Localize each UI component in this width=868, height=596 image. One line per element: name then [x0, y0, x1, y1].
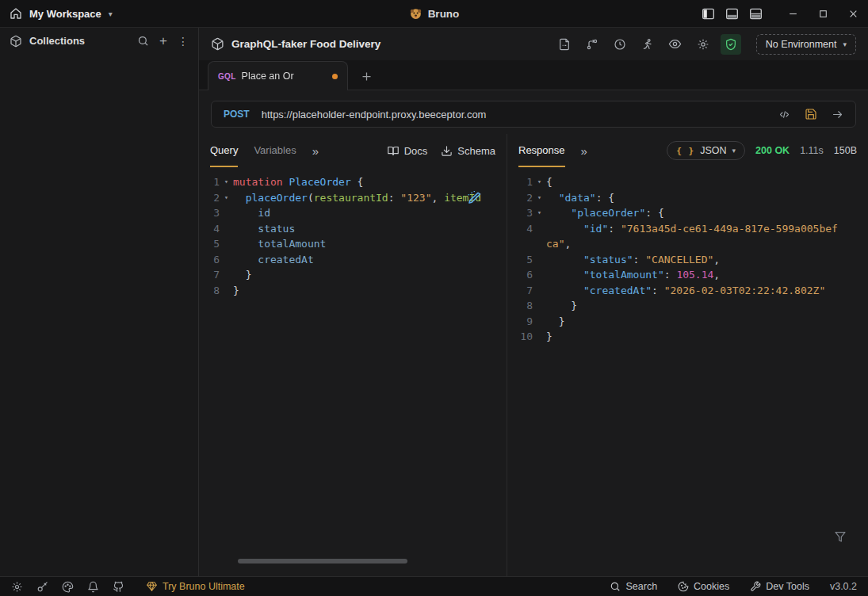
- minimize-icon[interactable]: [788, 9, 798, 19]
- send-arrow-icon[interactable]: [831, 109, 844, 120]
- sidebar: Collections + ⋮: [0, 28, 199, 576]
- collections-cube-icon: [10, 35, 22, 48]
- eye-icon[interactable]: [665, 34, 686, 55]
- url-input[interactable]: https://placeholder-endpoint.proxy.beece…: [262, 109, 767, 120]
- sidebar-title: Collections: [29, 35, 85, 47]
- secrets-key-icon[interactable]: [36, 581, 48, 593]
- notifications-bell-icon[interactable]: [87, 581, 99, 593]
- environment-selector[interactable]: No Environment ▾: [756, 34, 856, 55]
- preferences-gear-icon[interactable]: [11, 581, 23, 593]
- save-icon[interactable]: [805, 108, 817, 120]
- fold-spacer: [533, 267, 546, 283]
- code-line: ca",: [507, 236, 868, 252]
- request-bar-area: POST https://placeholder-endpoint.proxy.…: [199, 90, 868, 134]
- request-tab-label: Place an Or: [242, 71, 327, 82]
- devtools-label: Dev Tools: [766, 581, 809, 592]
- devtools-button[interactable]: Dev Tools: [750, 581, 809, 592]
- tab-query[interactable]: Query: [210, 134, 238, 167]
- statusbar: Try Bruno Ultimate Search Cookies Dev To…: [0, 576, 868, 596]
- github-icon[interactable]: [113, 581, 124, 593]
- more-response-tabs-icon[interactable]: »: [581, 144, 587, 158]
- fold-arrow-icon[interactable]: ▾: [533, 174, 546, 190]
- code-line: 5 "status": "CANCELLED",: [507, 252, 868, 268]
- schema-label: Schema: [457, 145, 495, 157]
- fold-arrow-icon[interactable]: ▾: [533, 190, 546, 206]
- settings-gear-icon[interactable]: [693, 34, 713, 55]
- close-icon[interactable]: [848, 9, 858, 19]
- search-label: Search: [625, 581, 657, 592]
- fold-spacer: [533, 329, 546, 345]
- chevron-down-icon[interactable]: ▾: [109, 10, 113, 18]
- titlebar: My Workspace ▾ Bruno: [0, 0, 868, 28]
- git-branch-icon[interactable]: [582, 34, 602, 55]
- horizontal-scrollbar[interactable]: [238, 559, 407, 564]
- upgrade-link[interactable]: Try Bruno Ultimate: [146, 581, 245, 592]
- schema-button[interactable]: Schema: [441, 145, 495, 157]
- code-line: 1▾mutation PlaceOrder {: [199, 174, 507, 190]
- unsaved-dot-icon[interactable]: [332, 74, 338, 79]
- cookies-button[interactable]: Cookies: [678, 581, 729, 592]
- home-icon[interactable]: [10, 7, 22, 20]
- fold-arrow-icon[interactable]: ▾: [220, 174, 233, 190]
- response-format-selector[interactable]: { } JSON ▾: [667, 141, 745, 160]
- search-button[interactable]: Search: [610, 581, 657, 592]
- toggle-left-panel-icon[interactable]: [702, 8, 715, 20]
- environment-label: No Environment: [766, 39, 837, 50]
- collection-header: GraphQL-faker Food Delivery: [199, 28, 868, 60]
- code-line: 3▾ "placeOrder": {: [507, 205, 868, 221]
- app-title: Bruno: [428, 8, 460, 20]
- sidebar-menu-icon[interactable]: ⋮: [178, 35, 189, 48]
- graphql-badge: GQL: [218, 72, 236, 81]
- query-pane: Query Variables » Docs Schema 1: [199, 134, 507, 576]
- caret-down-icon: ▾: [732, 147, 736, 155]
- fold-arrow-icon[interactable]: ▾: [533, 205, 546, 221]
- code-line: 5 totalAmount: [199, 236, 507, 252]
- query-editor[interactable]: 1▾mutation PlaceOrder {2▾ placeOrder(res…: [199, 167, 507, 576]
- url-box: POST https://placeholder-endpoint.proxy.…: [211, 101, 856, 128]
- fold-spacer: [533, 283, 546, 299]
- response-size: 150B: [834, 145, 857, 156]
- request-tab[interactable]: GQL Place an Or: [208, 61, 348, 90]
- gem-icon: [146, 581, 158, 592]
- http-method[interactable]: POST: [212, 109, 262, 120]
- upgrade-label: Try Bruno Ultimate: [163, 581, 245, 592]
- code-line: 8}: [199, 283, 507, 299]
- toggle-bottom-panel-icon[interactable]: [725, 8, 739, 20]
- prettify-wand-icon[interactable]: [466, 191, 481, 206]
- add-collection-icon[interactable]: +: [159, 33, 167, 49]
- workspace-name[interactable]: My Workspace: [29, 8, 101, 20]
- theme-palette-icon[interactable]: [62, 581, 74, 593]
- code-line: 7 "createdAt": "2026-02-03T02:22:42.802Z…: [507, 283, 868, 299]
- filter-funnel-icon[interactable]: [834, 530, 847, 543]
- docs-button[interactable]: Docs: [387, 145, 428, 157]
- fold-spacer: [220, 236, 233, 252]
- fold-spacer: [533, 252, 546, 268]
- tab-response[interactable]: Response: [518, 134, 565, 167]
- collection-name: GraphQL-faker Food Delivery: [231, 38, 380, 50]
- app-version: v3.0.2: [830, 581, 857, 592]
- response-viewer[interactable]: 1▾{2▾ "data": {3▾ "placeOrder": {4 "id":…: [507, 167, 868, 576]
- bruno-logo-icon: [409, 7, 423, 21]
- more-tabs-icon[interactable]: »: [312, 144, 319, 158]
- fold-spacer: [220, 252, 233, 268]
- wrench-icon: [750, 581, 761, 592]
- search-icon[interactable]: [137, 35, 149, 47]
- security-shield-check-icon[interactable]: [721, 34, 741, 55]
- status-badge: 200 OK: [755, 145, 790, 156]
- docs-label: Docs: [404, 145, 428, 157]
- tab-variables[interactable]: Variables: [254, 134, 296, 167]
- generate-code-icon[interactable]: [778, 109, 791, 120]
- runner-icon[interactable]: [637, 34, 658, 55]
- code-line: 3 id: [199, 205, 507, 221]
- search-icon: [610, 581, 621, 592]
- cookies-label: Cookies: [694, 581, 729, 592]
- code-line: 2▾ placeOrder(restaurantId: "123", itemI…: [199, 190, 507, 206]
- history-clock-icon[interactable]: [610, 34, 630, 55]
- script-file-icon[interactable]: [554, 34, 575, 55]
- toggle-rows-panel-icon[interactable]: [749, 8, 763, 20]
- code-line: 7 }: [199, 267, 507, 283]
- new-tab-button[interactable]: [361, 71, 373, 82]
- fold-arrow-icon[interactable]: ▾: [220, 190, 233, 206]
- maximize-icon[interactable]: [818, 9, 828, 19]
- request-tab-bar: GQL Place an Or: [199, 60, 868, 90]
